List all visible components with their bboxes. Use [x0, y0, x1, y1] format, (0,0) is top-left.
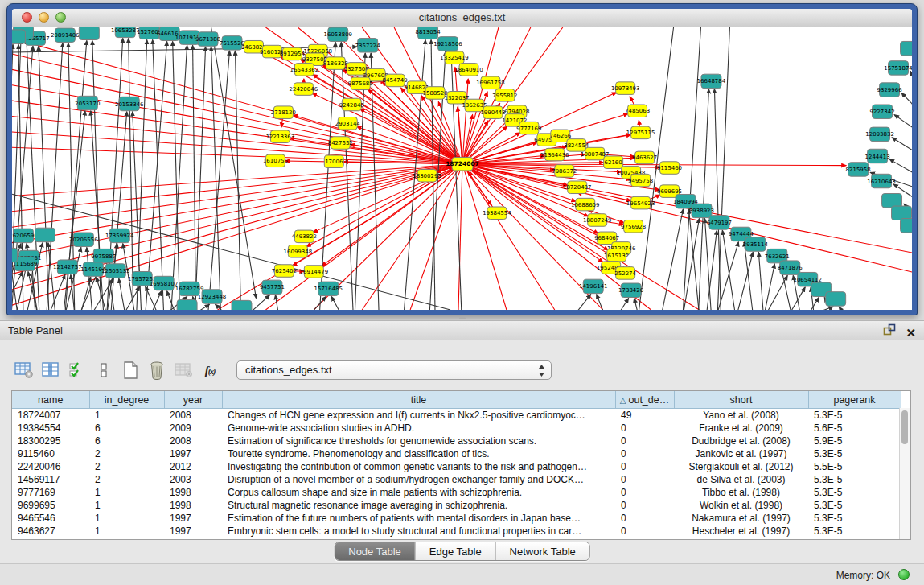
table-row[interactable]: 2242004622012Investigating the contribut… [12, 460, 901, 473]
graph-node[interactable]: 16053809 [324, 27, 353, 41]
graph-node[interactable]: 8813054 [416, 27, 441, 39]
graph-node[interactable]: 10653287 [111, 27, 140, 38]
graph-node[interactable] [892, 206, 912, 220]
graph-node[interactable]: 16648784 [697, 74, 726, 88]
graph-node[interactable]: 15716485 [314, 282, 343, 295]
graph-node[interactable]: 26206590 [12, 229, 38, 242]
table-row[interactable]: 969969511998Structural magnetic resonanc… [12, 499, 901, 512]
graph-node[interactable]: 20206556 [69, 233, 98, 246]
graph-node[interactable] [882, 194, 902, 208]
table-settings-icon[interactable] [13, 360, 35, 381]
table-scrollbar[interactable] [899, 408, 910, 539]
graph-node[interactable] [232, 300, 252, 310]
graph-node[interactable]: 6479197 [707, 216, 732, 229]
graph-node[interactable]: 9242848 [339, 98, 364, 111]
select-attributes-icon[interactable] [66, 360, 88, 381]
table-row[interactable]: 1456911722003Disruption of a novel membe… [12, 473, 901, 486]
network-canvas[interactable]: 1872400774638229160128891295415226058932… [12, 27, 912, 310]
graph-node[interactable]: 10688609 [571, 198, 600, 211]
graph-node[interactable]: 9227342 [870, 105, 895, 118]
graph-node[interactable]: 19218506 [433, 37, 462, 51]
table-row[interactable]: 1830029562008Estimation of significance … [12, 435, 901, 447]
graph-node[interactable]: 9875685 [348, 77, 373, 90]
graph-node[interactable] [177, 299, 197, 310]
tab-edge-table[interactable]: Edge Table [416, 542, 496, 560]
graph-node[interactable]: 9671388 [195, 32, 220, 46]
graph-node[interactable]: 4493822 [292, 230, 317, 243]
graph-node[interactable]: 12213363 [266, 130, 295, 143]
graph-node[interactable]: 17006 [324, 155, 343, 168]
graph-node[interactable]: 9495758 [628, 174, 653, 187]
import-table-icon[interactable] [172, 360, 195, 381]
new-table-icon[interactable] [119, 360, 142, 381]
column-header-pagerank[interactable]: pagerank [808, 391, 901, 409]
graph-node[interactable]: 12093832 [865, 127, 894, 141]
graph-node[interactable]: 15751874 [884, 61, 912, 75]
graph-node[interactable] [12, 248, 17, 262]
graph-node[interactable]: 9777169 [516, 122, 541, 134]
graph-node[interactable]: 16210643 [867, 174, 896, 187]
graph-node[interactable]: 1610755 [263, 154, 288, 167]
graph-node[interactable]: 12923448 [198, 290, 227, 303]
table-row[interactable]: 911546021997Tourette syndrome. Phenomeno… [12, 447, 901, 460]
graph-node[interactable]: 7357224 [355, 39, 380, 52]
column-visibility-icon[interactable] [39, 360, 62, 381]
graph-node[interactable]: 9975887 [91, 249, 116, 262]
graph-node[interactable]: 13325419 [440, 51, 469, 64]
graph-node[interactable]: 8912954 [280, 47, 305, 60]
table-row[interactable]: 977716911998Corpus callosum shape and si… [12, 486, 901, 499]
graph-node[interactable]: 14196141 [579, 279, 608, 293]
graph-node[interactable]: 16958107 [150, 276, 179, 290]
graph-node[interactable]: 18720407 [563, 181, 592, 194]
column-header-year[interactable]: year [164, 391, 222, 409]
graph-node[interactable]: 8215958 [846, 163, 871, 176]
graph-node[interactable]: 12975115 [626, 126, 655, 139]
graph-node[interactable]: 9756928 [621, 220, 646, 233]
graph-node[interactable]: 9329966 [877, 83, 902, 97]
table-row[interactable]: 1872400712008Changes of HCN gene express… [12, 409, 901, 422]
graph-node[interactable]: 2718120 [271, 106, 296, 119]
graph-node[interactable]: 7955812 [492, 89, 517, 102]
graph-node[interactable]: 9457751 [260, 280, 285, 294]
graph-node[interactable] [901, 219, 912, 233]
float-panel-icon[interactable] [883, 323, 896, 342]
graph-node[interactable]: 2053170 [75, 96, 100, 109]
function-builder-icon[interactable]: f(x) [199, 360, 221, 381]
graph-node[interactable]: 20891406 [51, 28, 80, 42]
graph-node[interactable]: 1615132 [604, 249, 629, 262]
node-table-grid[interactable]: namein_degreeyeartitle△out_de…shortpager… [12, 391, 901, 538]
graph-node[interactable]: 7515526 [220, 36, 244, 50]
column-header-short[interactable]: short [674, 391, 808, 409]
table-row[interactable]: 946554611997Estimation of the future num… [12, 512, 901, 525]
graph-node[interactable]: 16914479 [300, 266, 329, 278]
graph-node[interactable] [901, 41, 912, 55]
graph-node[interactable]: 18640910 [454, 64, 483, 76]
graph-node[interactable]: 8427552 [328, 137, 353, 150]
graph-node[interactable]: 7986372 [552, 165, 577, 178]
graph-node[interactable]: 9463627 [632, 151, 657, 164]
table-selector-dropdown[interactable]: citations_edges.txt [236, 360, 552, 380]
table-scrollbar-thumb[interactable] [901, 410, 908, 444]
graph-node[interactable]: 19384554 [483, 207, 511, 220]
delete-table-icon[interactable] [146, 360, 168, 381]
column-header-outde[interactable]: △out_de… [615, 391, 674, 409]
graph-node[interactable]: 12505135 [101, 264, 130, 278]
graph-node[interactable]: 62160 [604, 156, 623, 169]
graph-node[interactable]: 1733426 [618, 283, 643, 297]
table-row[interactable]: 1938455462009Genome-wide association stu… [12, 422, 901, 435]
graph-node[interactable] [79, 27, 99, 40]
graph-node[interactable]: 7625402 [272, 265, 297, 278]
graph-node[interactable] [826, 292, 846, 306]
graph-node[interactable]: 7485063 [625, 105, 650, 117]
tab-node-table[interactable]: Node Table [335, 542, 416, 560]
graph-node[interactable]: 2903144 [335, 117, 360, 130]
graph-node[interactable]: 2935114 [743, 237, 768, 251]
column-header-name[interactable]: name [12, 391, 89, 409]
row-height-icon[interactable] [92, 360, 115, 381]
graph-node[interactable]: 252274 [614, 267, 636, 280]
graph-node[interactable]: 17359924 [105, 229, 134, 242]
table-row[interactable]: 946362711997Embryonic stem cells: a mode… [12, 525, 901, 538]
graph-node[interactable]: 1244413 [865, 149, 890, 163]
graph-node[interactable]: 9115460 [657, 162, 682, 175]
graph-node[interactable]: 12142757 [53, 260, 82, 274]
